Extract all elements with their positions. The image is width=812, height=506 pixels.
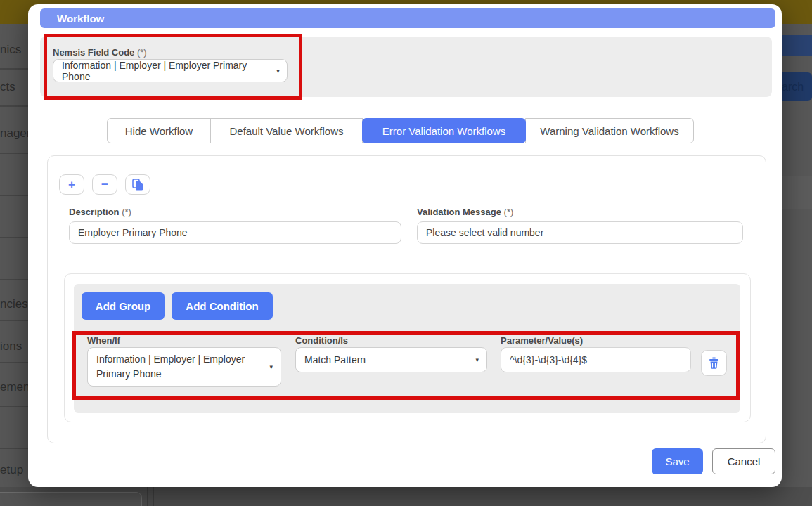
nemsis-field-code-label: Nemsis Field Code (*)	[53, 47, 147, 58]
description-label: Description (*)	[69, 207, 131, 217]
dropdown-value: Information | Employer | Employer Primar…	[62, 60, 272, 82]
modal-title-bar: Workflow	[40, 8, 775, 28]
when-if-label: When/If	[87, 335, 120, 346]
background-divider	[153, 487, 154, 506]
add-condition-button[interactable]: Add Condition	[172, 292, 273, 320]
condition-is-dropdown[interactable]: Match Pattern ▾	[295, 347, 487, 372]
plus-icon: +	[68, 178, 75, 192]
tab-error-validation-workflows[interactable]: Error Validation Workflows	[362, 118, 526, 143]
add-group-button[interactable]: Add Group	[82, 292, 165, 320]
required-marker: (*)	[137, 47, 147, 58]
condition-group: Add Group Add Condition When/If Informat…	[74, 284, 740, 413]
chevron-down-icon: ▾	[269, 363, 273, 370]
delete-condition-button[interactable]	[701, 350, 727, 376]
required-marker: (*)	[122, 207, 131, 217]
dropdown-value: Match Pattern	[304, 354, 366, 365]
trash-icon	[709, 357, 719, 369]
tab-warning-validation-workflows[interactable]: Warning Validation Workflows	[525, 118, 694, 143]
label-text: Validation Message	[417, 207, 501, 217]
nemsis-field-section: Nemsis Field Code (*) Information | Empl…	[40, 37, 772, 97]
chevron-down-icon: ▾	[475, 356, 479, 363]
search-button-fragment: arch	[777, 72, 812, 101]
parameter-values-label: Parameter/Value(s)	[501, 335, 583, 346]
tab-hide-workflow[interactable]: Hide Workflow	[107, 118, 211, 143]
workflow-tabs: Hide Workflow Default Value Workflows Er…	[107, 118, 694, 143]
when-if-dropdown[interactable]: Information | Employer | Employer Primar…	[87, 347, 281, 387]
save-button[interactable]: Save	[652, 448, 703, 474]
app-screen: nics cts nagem ncies A ions ements etup …	[0, 0, 812, 506]
modal-title: Workflow	[57, 13, 104, 25]
minus-icon: −	[101, 178, 108, 192]
parameter-values-input[interactable]	[501, 347, 691, 372]
label-text: Nemsis Field Code	[53, 47, 134, 58]
validation-message-input[interactable]	[417, 221, 743, 244]
remove-workflow-button[interactable]: −	[92, 174, 117, 195]
description-input[interactable]	[69, 221, 401, 244]
workflow-modal: Workflow Nemsis Field Code (*) Informati…	[28, 4, 782, 487]
workflow-editor-panel: + − Description (*) Validation Message (…	[47, 155, 766, 443]
copy-icon	[132, 179, 143, 191]
cancel-button[interactable]: Cancel	[712, 448, 775, 474]
chevron-down-icon: ▾	[276, 67, 280, 74]
background-divider	[147, 487, 148, 506]
condition-group-panel: Add Group Add Condition When/If Informat…	[64, 273, 751, 422]
tab-default-value-workflows[interactable]: Default Value Workflows	[210, 118, 363, 143]
background-panel-fragment	[780, 176, 812, 209]
background-bottom-strip	[0, 487, 812, 506]
copy-workflow-button[interactable]	[125, 174, 150, 195]
validation-message-label: Validation Message (*)	[417, 207, 513, 217]
add-workflow-button[interactable]: +	[59, 174, 84, 195]
dropdown-value: Information | Employer | Employer Primar…	[96, 352, 250, 382]
condition-is-label: Condition/Is	[295, 335, 348, 346]
label-text: Description	[69, 207, 120, 217]
background-box-fragment	[0, 492, 142, 506]
nemsis-field-code-dropdown[interactable]: Information | Employer | Employer Primar…	[53, 59, 288, 82]
required-marker: (*)	[504, 207, 514, 217]
